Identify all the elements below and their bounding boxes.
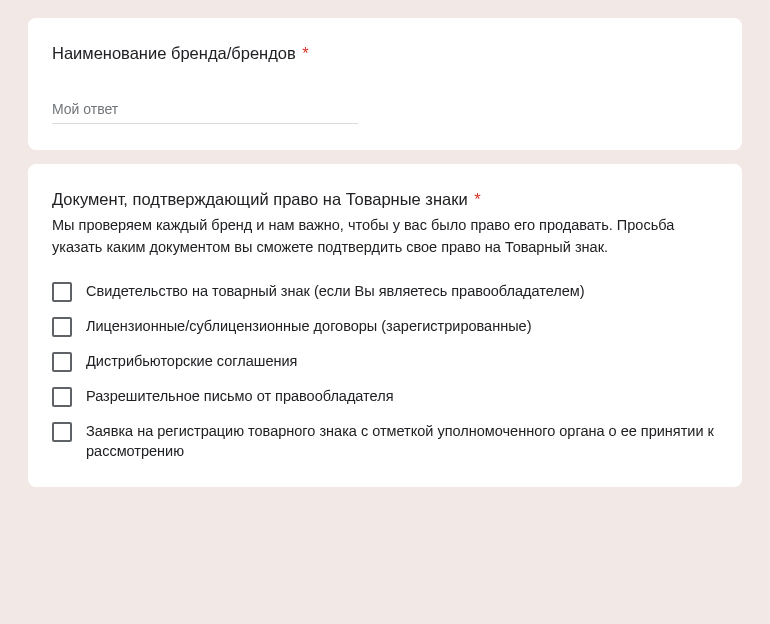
- checkbox-option[interactable]: Дистрибьюторские соглашения: [52, 351, 718, 372]
- question-card-trademark-doc: Документ, подтверждающий право на Товарн…: [28, 164, 742, 487]
- required-asterisk: *: [474, 190, 480, 208]
- option-label: Лицензионные/сублицензионные договоры (з…: [86, 316, 531, 336]
- option-label: Дистрибьюторские соглашения: [86, 351, 297, 371]
- checkbox-icon[interactable]: [52, 387, 72, 407]
- option-label: Разрешительное письмо от правообладателя: [86, 386, 393, 406]
- option-label: Заявка на регистрацию товарного знака с …: [86, 421, 718, 462]
- checkbox-option[interactable]: Лицензионные/сублицензионные договоры (з…: [52, 316, 718, 337]
- brand-name-input[interactable]: [52, 97, 358, 124]
- option-label: Свидетельство на товарный знак (если Вы …: [86, 281, 585, 301]
- checkbox-icon[interactable]: [52, 317, 72, 337]
- checkbox-icon[interactable]: [52, 282, 72, 302]
- checkbox-option[interactable]: Заявка на регистрацию товарного знака с …: [52, 421, 718, 462]
- checkbox-icon[interactable]: [52, 352, 72, 372]
- required-asterisk: *: [302, 44, 308, 62]
- checkbox-option[interactable]: Свидетельство на товарный знак (если Вы …: [52, 281, 718, 302]
- question-description: Мы проверяем каждый бренд и нам важно, ч…: [52, 215, 718, 259]
- question-title-text: Наименование бренда/брендов: [52, 44, 296, 62]
- checkbox-options: Свидетельство на товарный знак (если Вы …: [52, 281, 718, 462]
- question-title-text: Документ, подтверждающий право на Товарн…: [52, 190, 468, 208]
- question-title: Документ, подтверждающий право на Товарн…: [52, 188, 718, 211]
- question-card-brand-name: Наименование бренда/брендов *: [28, 18, 742, 150]
- question-title: Наименование бренда/брендов *: [52, 42, 718, 65]
- checkbox-icon[interactable]: [52, 422, 72, 442]
- checkbox-option[interactable]: Разрешительное письмо от правообладателя: [52, 386, 718, 407]
